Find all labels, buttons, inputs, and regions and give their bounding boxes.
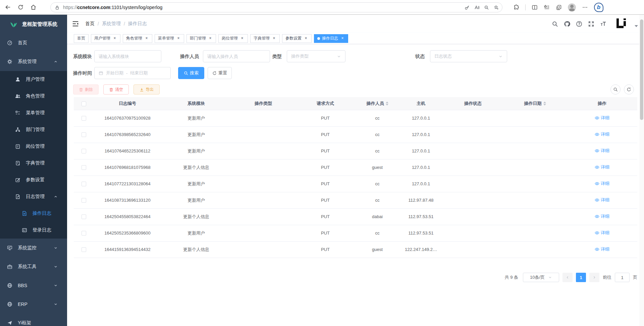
detail-link[interactable]: 详细 xyxy=(595,213,609,219)
type-filter-select[interactable]: 操作类型 xyxy=(287,50,345,62)
select-all-checkbox[interactable] xyxy=(82,102,86,106)
extensions-icon[interactable] xyxy=(513,4,519,10)
page-size-select[interactable]: 10条/页 xyxy=(523,273,559,282)
goto-page-input[interactable] xyxy=(615,273,630,282)
tab-8[interactable]: 操作日志× xyxy=(314,34,348,43)
export-button[interactable]: 导出 xyxy=(133,84,160,94)
detail-link[interactable]: 详细 xyxy=(595,131,609,137)
next-page-button[interactable] xyxy=(589,273,599,282)
status-filter-select[interactable]: 日志状态 xyxy=(430,50,507,62)
row-checkbox[interactable] xyxy=(82,198,86,203)
browser-menu-icon[interactable] xyxy=(582,4,588,10)
scrollbar-thumb[interactable] xyxy=(640,19,643,120)
column-header-date[interactable]: 操作日期 xyxy=(503,97,567,110)
row-checkbox[interactable] xyxy=(82,214,86,219)
sidebar-item-1[interactable]: 系统管理 xyxy=(0,52,67,71)
sidebar-item-13[interactable]: 系统工具 xyxy=(0,257,67,276)
sidebar-item-15[interactable]: ERP xyxy=(0,295,67,314)
refresh-table-button[interactable] xyxy=(624,84,634,94)
sidebar-item-5[interactable]: 部门管理 xyxy=(0,121,67,138)
breadcrumb-home[interactable]: 首页 xyxy=(85,21,95,27)
bing-copilot-icon[interactable]: b xyxy=(594,3,603,12)
row-checkbox[interactable] xyxy=(82,247,86,252)
font-size-icon[interactable] xyxy=(600,21,606,27)
show-search-toggle-button[interactable] xyxy=(610,84,621,94)
clear-button[interactable]: 清空 xyxy=(103,84,129,94)
detail-link[interactable]: 详细 xyxy=(595,246,609,252)
page-scrollbar[interactable] xyxy=(639,15,644,326)
sidebar-item-14[interactable]: BBS xyxy=(0,276,67,295)
column-header-operator[interactable]: 操作人员 xyxy=(356,97,399,110)
detail-link[interactable]: 详细 xyxy=(595,164,609,170)
sort-caret-icon[interactable] xyxy=(386,102,388,106)
collections-icon[interactable] xyxy=(556,4,562,10)
split-screen-icon[interactable] xyxy=(532,4,538,10)
detail-link[interactable]: 详细 xyxy=(595,197,609,203)
column-header-checkbox[interactable] xyxy=(74,97,94,110)
sidebar-item-10[interactable]: 操作日志 xyxy=(0,205,67,222)
breadcrumb-system[interactable]: 系统管理 xyxy=(102,21,121,27)
tab-close-icon[interactable]: × xyxy=(176,36,181,41)
address-bar[interactable]: https://ccnetcore.com:1101/system/log/op… xyxy=(50,2,502,12)
help-icon[interactable] xyxy=(576,21,582,27)
sidebar-fold-icon[interactable] xyxy=(72,20,79,27)
tab-5[interactable]: 岗位管理× xyxy=(218,34,248,43)
tab-4[interactable]: 部门管理× xyxy=(186,34,216,43)
tab-1[interactable]: 用户管理× xyxy=(91,34,120,43)
fullscreen-icon[interactable] xyxy=(588,21,594,27)
tab-close-icon[interactable]: × xyxy=(304,36,308,41)
detail-link[interactable]: 详细 xyxy=(595,181,609,187)
sidebar-item-12[interactable]: 系统监控 xyxy=(0,239,67,257)
row-checkbox[interactable] xyxy=(82,182,86,186)
row-checkbox[interactable] xyxy=(82,165,86,170)
browser-home-button[interactable] xyxy=(28,2,38,12)
tab-3[interactable]: 菜单管理× xyxy=(155,34,184,43)
user-dropdown-caret-icon[interactable] xyxy=(635,25,638,27)
header-search-icon[interactable] xyxy=(552,21,558,27)
detail-link[interactable]: 详细 xyxy=(595,230,609,236)
tab-close-icon[interactable]: × xyxy=(208,36,213,41)
browser-profile-avatar[interactable] xyxy=(568,3,576,11)
module-filter-input[interactable] xyxy=(99,54,157,59)
row-checkbox[interactable] xyxy=(82,149,86,153)
sidebar-item-11[interactable]: 登录日志 xyxy=(0,222,67,239)
operator-filter-input[interactable] xyxy=(207,54,266,59)
sidebar-item-6[interactable]: 岗位管理 xyxy=(0,138,67,155)
sidebar-item-2[interactable]: 用户管理 xyxy=(0,71,67,88)
tab-close-icon[interactable]: × xyxy=(240,36,245,41)
sidebar-item-16[interactable]: Yi框架 xyxy=(0,314,67,326)
detail-link[interactable]: 详细 xyxy=(595,115,609,121)
tab-2[interactable]: 角色管理× xyxy=(123,34,152,43)
row-checkbox[interactable] xyxy=(82,132,86,137)
sidebar-item-3[interactable]: 角色管理 xyxy=(0,88,67,105)
github-icon[interactable] xyxy=(564,21,570,27)
favorites-icon[interactable] xyxy=(544,4,550,10)
reset-button[interactable]: 重置 xyxy=(208,67,232,79)
user-logo-avatar[interactable] xyxy=(614,17,628,30)
read-aloud-icon[interactable] xyxy=(474,5,479,10)
zoom-out-icon[interactable] xyxy=(484,5,489,10)
tab-close-icon[interactable]: × xyxy=(112,36,117,41)
sidebar-item-8[interactable]: 参数设置 xyxy=(0,172,67,188)
page-number-1[interactable]: 1 xyxy=(576,273,586,282)
tab-6[interactable]: 字典管理× xyxy=(250,34,280,43)
search-button[interactable]: 搜索 xyxy=(178,67,204,79)
sidebar-item-9[interactable]: 日志管理 xyxy=(0,188,67,205)
tab-close-icon[interactable]: × xyxy=(144,36,149,41)
date-range-picker[interactable]: 开始日期 - 结束日期 xyxy=(94,67,171,79)
sidebar-item-0[interactable]: 首页 xyxy=(0,34,67,52)
add-favorite-icon[interactable] xyxy=(494,5,499,10)
row-checkbox[interactable] xyxy=(82,231,86,236)
tab-close-icon[interactable]: × xyxy=(272,36,276,41)
row-checkbox[interactable] xyxy=(82,116,86,121)
delete-button[interactable]: 删除 xyxy=(73,84,99,94)
tab-0[interactable]: 首页 xyxy=(74,34,89,43)
sidebar-item-7[interactable]: 字典管理 xyxy=(0,155,67,172)
browser-back-button[interactable] xyxy=(3,2,13,12)
sort-caret-icon[interactable] xyxy=(543,102,546,106)
tab-close-icon[interactable]: × xyxy=(340,36,345,41)
browser-refresh-button[interactable] xyxy=(15,2,25,12)
password-key-icon[interactable] xyxy=(465,5,470,10)
detail-link[interactable]: 详细 xyxy=(595,148,609,154)
prev-page-button[interactable] xyxy=(562,273,573,282)
